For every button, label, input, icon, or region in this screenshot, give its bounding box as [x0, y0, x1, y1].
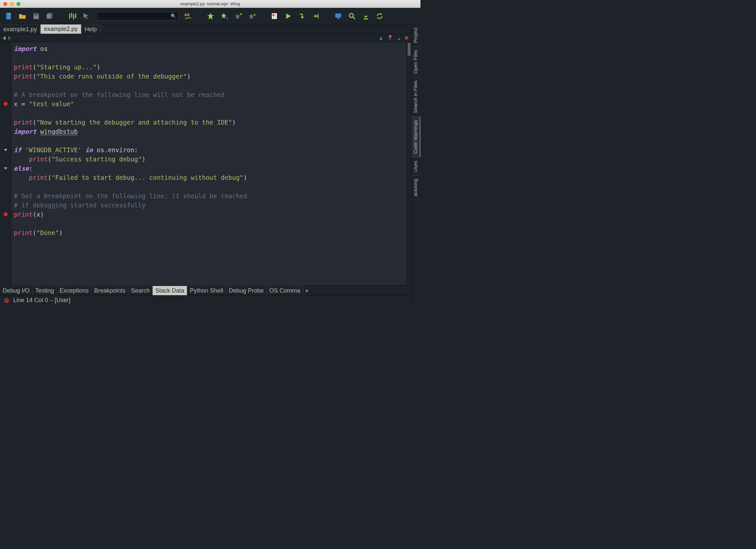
bug-icon[interactable]: 🐞 [3, 297, 10, 303]
bottom-tab[interactable]: OS Comma [266, 286, 303, 295]
minimize-icon[interactable] [10, 2, 14, 6]
svg-rect-0 [35, 13, 38, 15]
titlebar: example2.py: tutorial.wpr: Wing [0, 0, 420, 8]
save-icon[interactable] [32, 12, 40, 20]
search-icon[interactable] [348, 12, 356, 20]
bookmark-next-icon[interactable] [248, 12, 256, 20]
file-tab[interactable]: example2.py [40, 24, 81, 34]
bookmark-prev-icon[interactable] [234, 12, 242, 20]
svg-rect-4 [335, 13, 341, 17]
statusbar: 🐞 Line 14 Col 0 – [User] [0, 295, 411, 305]
scrollbar[interactable] [407, 42, 411, 285]
step-over-icon[interactable] [298, 12, 306, 20]
file-tab[interactable]: Help [81, 24, 100, 34]
bottom-tab[interactable]: Exceptions [57, 286, 91, 295]
file-tab[interactable]: example1.py [0, 24, 40, 34]
code-area[interactable]: import os print("Starting up...")print("… [11, 42, 411, 285]
chevron-down-icon[interactable]: ⌄ [397, 35, 401, 41]
rail-tab[interactable]: Code Warnings [412, 117, 420, 158]
search-submit-icon[interactable]: 🔍 [171, 13, 178, 18]
warning-icon[interactable]: ▲ [378, 35, 384, 41]
rail-tab[interactable]: Project [412, 24, 420, 47]
editor-nav-bar: ▲ 📍 ⌄ ✕ [0, 34, 411, 42]
indent-icon[interactable] [68, 12, 76, 20]
bookmark-add-icon[interactable] [220, 12, 228, 20]
breakpoint-marker[interactable] [4, 212, 8, 216]
fold-icon[interactable] [4, 149, 7, 151]
step-into-icon[interactable] [312, 12, 320, 20]
pin-icon[interactable]: 📍 [387, 35, 393, 41]
nav-back-icon[interactable] [3, 36, 6, 40]
rail-tab[interactable]: Uses [412, 158, 420, 176]
svg-rect-2 [272, 13, 277, 19]
bottom-tab[interactable]: Debug Probe [226, 286, 266, 295]
right-tool-rail: ProjectOpen FilesSearch in FilesCode War… [411, 24, 420, 305]
svg-rect-5 [337, 18, 340, 19]
save-all-icon[interactable] [46, 12, 54, 20]
scrollbar-thumb[interactable] [408, 43, 411, 56]
download-icon[interactable] [362, 12, 370, 20]
toolbar: 🔍 AB [0, 8, 420, 24]
maximize-icon[interactable] [16, 2, 20, 6]
svg-point-6 [349, 13, 353, 17]
file-tabs: example1.pyexample2.pyHelp [0, 24, 411, 34]
svg-rect-7 [364, 18, 368, 19]
rail-tab[interactable]: Search in Files [412, 77, 420, 117]
svg-point-3 [272, 14, 274, 16]
bottom-tab[interactable]: Python Shell [187, 286, 226, 295]
window-title: example2.py: tutorial.wpr: Wing [0, 1, 420, 6]
bookmark-icon[interactable] [207, 12, 214, 20]
close-editor-icon[interactable]: ✕ [404, 35, 409, 41]
search-input[interactable] [96, 13, 171, 18]
new-file-icon[interactable] [5, 12, 13, 20]
svg-text:AB: AB [184, 13, 189, 17]
bottom-tab[interactable]: Search [128, 286, 153, 295]
more-tabs-icon[interactable]: ▸ [303, 286, 311, 295]
rail-tab[interactable]: actoring [412, 176, 420, 200]
bottom-tab[interactable]: Debug I/O [0, 286, 33, 295]
bottom-tab[interactable]: Breakpoints [91, 286, 128, 295]
breakpoint-icon[interactable] [270, 12, 278, 20]
editor[interactable]: import os print("Starting up...")print("… [0, 42, 411, 285]
toolbar-search[interactable]: 🔍 [96, 12, 178, 20]
status-text: Line 14 Col 0 – [User] [13, 297, 70, 304]
spellcheck-icon[interactable]: AB [184, 12, 192, 20]
bottom-panel-tabs: Debug I/OTestingExceptionsBreakpointsSea… [0, 285, 411, 295]
fold-icon[interactable] [4, 167, 7, 170]
rail-tab[interactable]: Open Files [412, 47, 420, 78]
nav-forward-icon[interactable] [8, 36, 11, 40]
cursor-icon[interactable] [82, 12, 90, 20]
close-icon[interactable] [3, 2, 7, 6]
breakpoint-marker[interactable] [4, 102, 8, 106]
refresh-icon[interactable] [376, 12, 384, 20]
run-icon[interactable] [284, 12, 292, 20]
open-folder-icon[interactable] [18, 12, 26, 20]
window-controls [0, 2, 20, 6]
bottom-tab[interactable]: Stack Data [153, 286, 187, 295]
monitor-icon[interactable] [334, 12, 342, 20]
bottom-tab[interactable]: Testing [33, 286, 57, 295]
